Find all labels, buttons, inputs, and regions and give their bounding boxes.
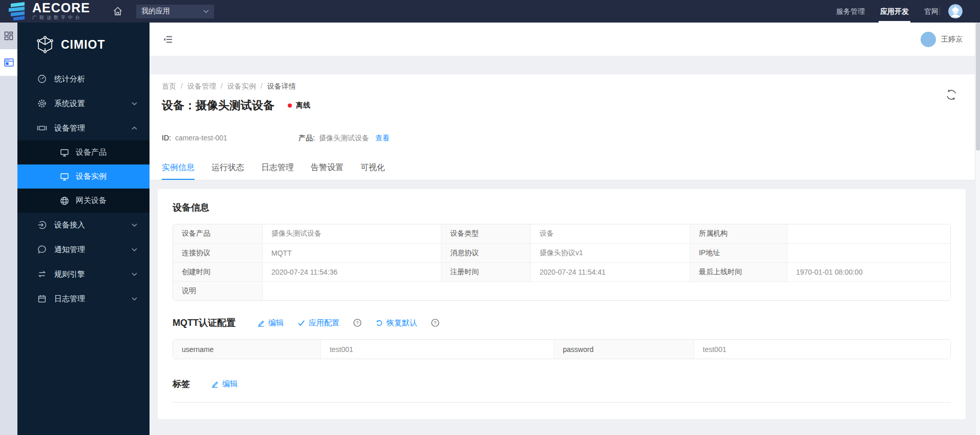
question-circle-icon[interactable]: ?	[353, 319, 361, 327]
device-detail-card: 设备信息 设备产品 摄像头测试设备 设备类型 设备 所属机构 连接协议 MQTT…	[158, 189, 966, 419]
mqtt-config-heading: MQTT认证配置	[173, 317, 236, 329]
cell-label: 连接协议	[173, 243, 263, 262]
chevron-down-icon	[132, 273, 137, 276]
message-icon	[37, 245, 47, 254]
sidebar-item-label: 网关设备	[76, 196, 106, 205]
topnav-official-site[interactable]: 官网	[924, 0, 939, 23]
status-badge: 离线	[288, 101, 310, 110]
device-id-value: camera-test-001	[175, 134, 227, 143]
edit-pencil-icon	[211, 380, 219, 388]
mqtt-restore-button[interactable]: 恢复默认	[375, 318, 417, 328]
divider	[173, 402, 951, 403]
cell-label: username	[173, 340, 321, 359]
menu-fold-icon[interactable]	[163, 34, 173, 45]
page-title: 设备：摄像头测试设备	[162, 98, 274, 113]
view-product-link[interactable]: 查看	[375, 134, 390, 143]
mqtt-apply-button[interactable]: 应用配置	[297, 318, 339, 328]
check-icon	[297, 319, 305, 326]
chevron-down-icon	[132, 223, 137, 227]
tab-visualization[interactable]: 可视化	[360, 156, 385, 180]
cell-value: 摄像头协议v1	[530, 243, 690, 262]
scrollbar-track[interactable]	[975, 23, 980, 435]
tab-running-status[interactable]: 运行状态	[211, 156, 244, 180]
table-row: 连接协议 MQTT 消息协议 摄像头协议v1 IP地址	[173, 243, 950, 262]
table-row: 创建时间 2020-07-24 11:54:36 注册时间 2020-07-24…	[173, 262, 950, 281]
chevron-down-icon	[203, 10, 209, 13]
gear-icon	[37, 99, 47, 108]
app-window-icon[interactable]	[0, 49, 17, 76]
sidebar-item-gateway-devices[interactable]: 网关设备	[17, 189, 150, 213]
left-rail	[0, 23, 17, 435]
divider	[940, 7, 940, 15]
tags-edit-button[interactable]: 编辑	[211, 379, 238, 389]
sidebar-item-label: 设备管理	[54, 123, 85, 133]
table-row: 设备产品 摄像头测试设备 设备类型 设备 所属机构	[173, 224, 950, 243]
sidebar-item-label: 日志管理	[54, 294, 85, 304]
sidebar-item-label: 系统设置	[54, 99, 85, 109]
monitor-icon	[59, 172, 70, 181]
mqtt-apply-label: 应用配置	[309, 318, 339, 328]
svg-text:?: ?	[356, 320, 358, 325]
status-label: 离线	[296, 101, 310, 110]
scrollbar-thumb[interactable]	[976, 23, 980, 151]
sidebar-item-notification-management[interactable]: 通知管理	[17, 237, 150, 262]
restore-icon	[375, 319, 383, 327]
page-header: 首页 / 设备管理 / 设备实例 / 设备详情 设备：摄像头测试设备 离线 ID…	[150, 74, 980, 180]
chevron-down-icon	[132, 297, 137, 301]
sidebar-item-log-management[interactable]: 日志管理	[17, 286, 150, 311]
mqtt-auth-table: username test001 password test001	[173, 339, 951, 359]
sidebar-logo-text: CIMIOT	[61, 38, 105, 52]
sidebar-item-system-settings[interactable]: 系统设置	[17, 91, 150, 116]
breadcrumb-home[interactable]: 首页	[162, 82, 176, 91]
chevron-down-icon	[132, 248, 137, 252]
sidebar-item-statistics[interactable]: 统计分析	[17, 67, 150, 91]
tags-edit-label: 编辑	[222, 379, 238, 389]
sidebar-item-device-instances[interactable]: 设备实例	[17, 164, 150, 189]
product-value: 摄像头测试设备	[319, 134, 369, 143]
mqtt-edit-button[interactable]: 编辑	[257, 318, 284, 328]
cell-value: 设备	[530, 224, 690, 243]
user-menu[interactable]: 王婷京	[921, 32, 963, 47]
topnav-app-development[interactable]: 应用开发	[880, 0, 909, 23]
cell-label: 说明	[173, 281, 263, 300]
home-icon[interactable]	[113, 6, 123, 16]
sidebar-item-label: 统计分析	[54, 74, 85, 84]
tab-log-management[interactable]: 日志管理	[261, 156, 294, 180]
helmet-avatar-icon[interactable]	[948, 4, 963, 18]
sidebar-item-device-management[interactable]: 设备管理	[17, 116, 150, 140]
cell-value	[787, 243, 950, 262]
tab-instance-info[interactable]: 实例信息	[162, 156, 195, 180]
product-label: 产品:	[299, 134, 315, 143]
brand-logo: AECORE 广联达数字中台	[7, 2, 90, 21]
sidebar-item-label: 设备实例	[76, 172, 106, 181]
tab-alert-settings[interactable]: 告警设置	[311, 156, 344, 180]
sidebar-item-device-access[interactable]: 设备接入	[17, 213, 150, 237]
monitor-icon	[59, 148, 70, 157]
tabs: 实例信息 运行状态 日志管理 告警设置 可视化	[162, 156, 980, 180]
sidebar: CIMIOT 统计分析 系统设置	[17, 23, 150, 435]
sidebar-item-label: 设备接入	[54, 220, 85, 230]
sidebar-item-device-products[interactable]: 设备产品	[17, 140, 150, 164]
cell-value: MQTT	[263, 243, 441, 262]
cell-value: 2020-07-24 11:54:36	[263, 262, 441, 281]
cell-value	[787, 224, 950, 243]
avatar	[921, 32, 936, 47]
sidebar-item-rule-engine[interactable]: 规则引擎	[17, 262, 150, 286]
breadcrumb-device-instances[interactable]: 设备实例	[227, 82, 256, 91]
question-circle-icon[interactable]: ?	[431, 319, 439, 327]
offline-dot-icon	[288, 103, 292, 108]
cell-label: 消息协议	[441, 243, 531, 262]
device-id: ID: camera-test-001	[162, 134, 299, 143]
cell-value: test001	[694, 340, 950, 359]
user-name: 王婷京	[941, 35, 963, 44]
app-select[interactable]: 我的应用	[136, 5, 214, 18]
sidebar-item-label: 通知管理	[54, 245, 85, 255]
topnav-service-management[interactable]: 服务管理	[836, 0, 865, 23]
device-id-label: ID:	[162, 134, 171, 143]
sidebar-logo: CIMIOT	[17, 23, 150, 67]
apps-grid-icon[interactable]	[0, 23, 17, 49]
cube-wireframe-icon	[36, 36, 54, 53]
breadcrumb-device-management[interactable]: 设备管理	[187, 82, 216, 91]
refresh-icon[interactable]	[945, 89, 957, 101]
breadcrumb: 首页 / 设备管理 / 设备实例 / 设备详情	[162, 74, 980, 91]
